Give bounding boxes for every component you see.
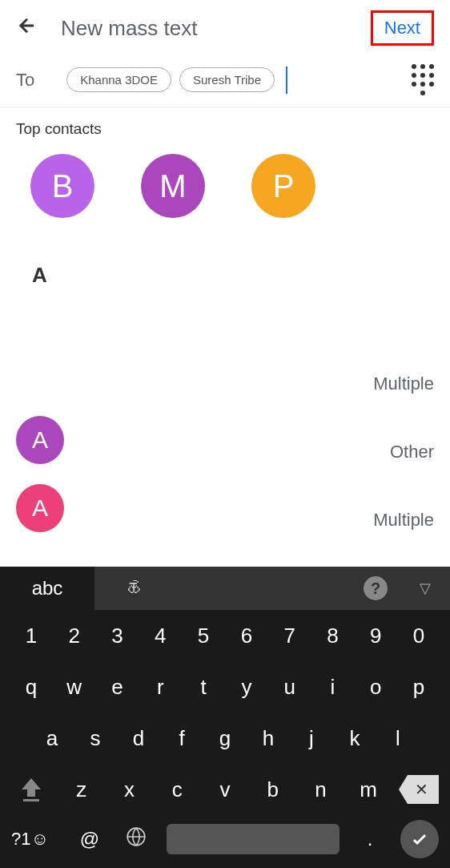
next-button[interactable]: Next [384, 18, 420, 38]
key[interactable]: h [247, 726, 290, 751]
alpha-section-header: A [0, 247, 450, 304]
enter-key[interactable] [400, 820, 439, 858]
key[interactable]: y [225, 675, 268, 700]
key[interactable]: 1 [10, 624, 53, 648]
globe-icon[interactable] [120, 826, 152, 852]
contact-avatar: A [16, 416, 64, 464]
key[interactable]: w [53, 675, 96, 700]
contact-type-label: Multiple [373, 510, 434, 535]
key[interactable]: 7 [268, 624, 311, 648]
keyboard-row: a s d f g h j k l [0, 713, 450, 764]
key[interactable]: d [117, 726, 160, 751]
to-field-row: To Khanna 3DOE Suresh Tribe [0, 56, 450, 107]
key[interactable]: i [311, 675, 355, 700]
keyboard-mode-abc[interactable]: abc [0, 567, 94, 609]
key[interactable]: n [297, 777, 345, 802]
backspace-key[interactable]: ✕ [399, 775, 439, 804]
dialpad-icon[interactable] [412, 64, 434, 95]
text-cursor [286, 67, 287, 94]
key[interactable]: p [397, 675, 440, 700]
key[interactable]: j [290, 726, 333, 751]
key[interactable]: t [182, 675, 225, 700]
keyboard-help-icon[interactable]: ? [364, 576, 388, 600]
contact-row[interactable]: A Other [0, 406, 450, 474]
keyboard-bottom-row: ?1☺ @ . [0, 815, 450, 868]
contact-type-label: Multiple [373, 373, 434, 399]
key[interactable]: q [10, 675, 53, 700]
page-title: New mass text [61, 16, 371, 41]
next-button-highlight: Next [371, 10, 434, 46]
symbols-key[interactable]: ?1☺ [11, 829, 59, 850]
key[interactable]: r [139, 675, 182, 700]
key[interactable]: 3 [96, 624, 139, 648]
key[interactable]: v [201, 777, 249, 802]
to-label: To [16, 70, 34, 91]
key[interactable]: m [344, 777, 392, 802]
key[interactable]: k [333, 726, 376, 751]
contact-row[interactable]: Multiple [0, 337, 450, 406]
key[interactable]: f [160, 726, 203, 751]
key[interactable]: 4 [139, 624, 182, 648]
spacebar-key[interactable] [167, 824, 340, 854]
keyboard-row: q w e r t y u i o p [0, 661, 450, 713]
key[interactable]: l [376, 726, 420, 751]
keyboard-alt-script[interactable]: ಹ [123, 576, 364, 601]
top-contact-avatar[interactable]: P [251, 154, 315, 218]
at-key[interactable]: @ [74, 828, 106, 850]
key[interactable]: z [58, 777, 106, 802]
shift-key[interactable] [11, 778, 51, 801]
key[interactable]: s [74, 726, 117, 751]
key[interactable]: o [354, 675, 397, 700]
key[interactable]: a [30, 726, 74, 751]
key[interactable]: 6 [225, 624, 268, 648]
key[interactable]: x [106, 777, 154, 802]
top-contact-avatar[interactable]: B [30, 154, 94, 218]
key[interactable]: c [153, 777, 201, 802]
contact-type-label: Other [390, 442, 434, 467]
key[interactable]: g [203, 726, 247, 751]
keyboard: abc ಹ ? ▽ 1 2 3 4 5 6 7 8 9 0 q w e r t … [0, 567, 450, 868]
contact-row[interactable]: A Multiple [0, 474, 450, 542]
key[interactable]: 5 [182, 624, 225, 648]
key[interactable]: 2 [53, 624, 96, 648]
key[interactable]: 9 [354, 624, 397, 648]
keyboard-row: z x c v b n m ✕ [0, 764, 450, 815]
recipient-chips: Khanna 3DOE Suresh Tribe [66, 67, 287, 94]
recipient-chip[interactable]: Suresh Tribe [179, 67, 275, 92]
top-contacts-row: B M P [0, 147, 450, 247]
top-contact-avatar[interactable]: M [141, 154, 205, 218]
period-key[interactable]: . [354, 828, 386, 850]
contact-avatar: A [16, 484, 64, 532]
keyboard-collapse-icon[interactable]: ▽ [420, 579, 431, 597]
back-arrow-icon[interactable] [16, 14, 38, 42]
keyboard-number-row: 1 2 3 4 5 6 7 8 9 0 [0, 610, 450, 661]
key[interactable]: 0 [397, 624, 440, 648]
key[interactable]: 8 [311, 624, 355, 648]
key[interactable]: b [249, 777, 297, 802]
top-contacts-label: Top contacts [0, 107, 450, 147]
key[interactable]: e [96, 675, 139, 700]
recipient-chip[interactable]: Khanna 3DOE [66, 67, 171, 92]
key[interactable]: u [268, 675, 311, 700]
